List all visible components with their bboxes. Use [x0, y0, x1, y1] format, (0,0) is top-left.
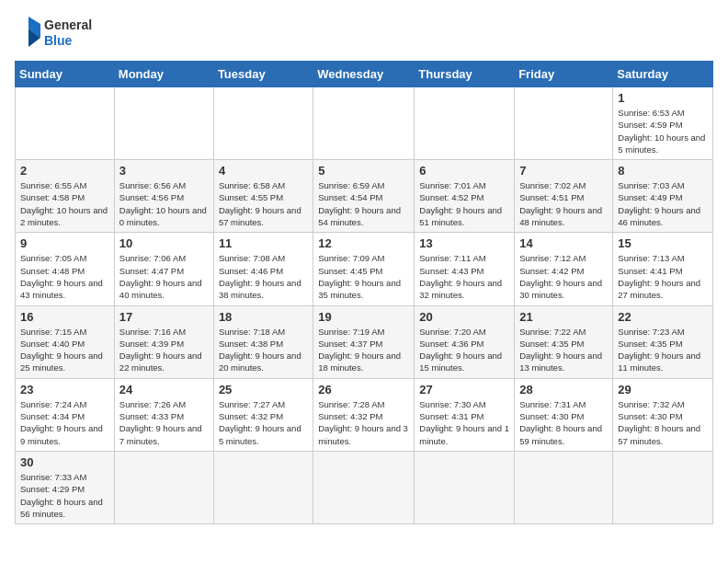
- column-header-thursday: Thursday: [415, 62, 515, 87]
- calendar-week-row: 30Sunrise: 7:33 AM Sunset: 4:29 PM Dayli…: [16, 451, 713, 523]
- day-info: Sunrise: 7:08 AM Sunset: 4:46 PM Dayligh…: [219, 252, 308, 301]
- day-info: Sunrise: 7:15 AM Sunset: 4:40 PM Dayligh…: [20, 326, 109, 374]
- calendar-cell: [213, 87, 313, 160]
- day-number: 12: [318, 236, 409, 250]
- calendar-cell: 14Sunrise: 7:12 AM Sunset: 4:42 PM Dayli…: [515, 233, 613, 305]
- day-info: Sunrise: 7:16 AM Sunset: 4:39 PM Dayligh…: [119, 326, 209, 374]
- day-info: Sunrise: 7:12 AM Sunset: 4:42 PM Dayligh…: [519, 252, 608, 301]
- logo: General Blue: [15, 15, 92, 52]
- day-info: Sunrise: 7:32 AM Sunset: 4:30 PM Dayligh…: [618, 398, 708, 447]
- day-number: 8: [618, 164, 708, 178]
- day-number: 15: [618, 236, 708, 250]
- calendar-week-row: 1Sunrise: 6:53 AM Sunset: 4:59 PM Daylig…: [16, 87, 713, 160]
- day-info: Sunrise: 7:26 AM Sunset: 4:33 PM Dayligh…: [119, 398, 209, 447]
- calendar-cell: 28Sunrise: 7:31 AM Sunset: 4:30 PM Dayli…: [515, 378, 613, 451]
- calendar-cell: 20Sunrise: 7:20 AM Sunset: 4:36 PM Dayli…: [415, 305, 515, 378]
- day-info: Sunrise: 7:30 AM Sunset: 4:31 PM Dayligh…: [419, 398, 509, 447]
- calendar-cell: 7Sunrise: 7:02 AM Sunset: 4:51 PM Daylig…: [515, 160, 613, 233]
- day-info: Sunrise: 7:06 AM Sunset: 4:47 PM Dayligh…: [119, 252, 209, 301]
- day-info: Sunrise: 6:55 AM Sunset: 4:58 PM Dayligh…: [20, 179, 109, 228]
- day-info: Sunrise: 7:13 AM Sunset: 4:41 PM Dayligh…: [618, 252, 708, 301]
- day-info: Sunrise: 7:09 AM Sunset: 4:45 PM Dayligh…: [318, 252, 409, 301]
- logo-svg: [15, 15, 42, 52]
- column-header-monday: Monday: [114, 62, 213, 87]
- calendar-cell: 23Sunrise: 7:24 AM Sunset: 4:34 PM Dayli…: [16, 378, 115, 451]
- calendar-cell: 12Sunrise: 7:09 AM Sunset: 4:45 PM Dayli…: [313, 233, 415, 305]
- column-header-friday: Friday: [515, 62, 613, 87]
- column-header-tuesday: Tuesday: [213, 62, 313, 87]
- day-number: 5: [318, 164, 409, 178]
- day-number: 13: [419, 236, 509, 250]
- day-info: Sunrise: 7:03 AM Sunset: 4:49 PM Dayligh…: [618, 179, 708, 228]
- calendar-table: SundayMondayTuesdayWednesdayThursdayFrid…: [15, 61, 713, 524]
- day-info: Sunrise: 7:01 AM Sunset: 4:52 PM Dayligh…: [419, 179, 509, 228]
- calendar-cell: 13Sunrise: 7:11 AM Sunset: 4:43 PM Dayli…: [415, 233, 515, 305]
- calendar-cell: 3Sunrise: 6:56 AM Sunset: 4:56 PM Daylig…: [114, 160, 213, 233]
- calendar-cell: [613, 451, 713, 523]
- calendar-cell: 10Sunrise: 7:06 AM Sunset: 4:47 PM Dayli…: [114, 233, 213, 305]
- calendar-cell: 8Sunrise: 7:03 AM Sunset: 4:49 PM Daylig…: [613, 160, 713, 233]
- calendar-cell: 17Sunrise: 7:16 AM Sunset: 4:39 PM Dayli…: [114, 305, 213, 378]
- calendar-cell: 21Sunrise: 7:22 AM Sunset: 4:35 PM Dayli…: [515, 305, 613, 378]
- calendar-cell: 27Sunrise: 7:30 AM Sunset: 4:31 PM Dayli…: [415, 378, 515, 451]
- day-number: 30: [20, 455, 109, 469]
- day-info: Sunrise: 7:23 AM Sunset: 4:35 PM Dayligh…: [618, 326, 708, 374]
- calendar-week-row: 2Sunrise: 6:55 AM Sunset: 4:58 PM Daylig…: [16, 160, 713, 233]
- day-number: 24: [119, 383, 209, 396]
- day-number: 20: [419, 310, 509, 324]
- calendar-cell: 1Sunrise: 6:53 AM Sunset: 4:59 PM Daylig…: [613, 87, 713, 160]
- calendar-cell: [313, 451, 415, 523]
- day-info: Sunrise: 7:24 AM Sunset: 4:34 PM Dayligh…: [20, 398, 109, 447]
- calendar-week-row: 16Sunrise: 7:15 AM Sunset: 4:40 PM Dayli…: [16, 305, 713, 378]
- column-header-sunday: Sunday: [16, 62, 115, 87]
- column-header-saturday: Saturday: [613, 62, 713, 87]
- day-number: 25: [219, 383, 308, 396]
- column-header-wednesday: Wednesday: [313, 62, 415, 87]
- day-info: Sunrise: 7:11 AM Sunset: 4:43 PM Dayligh…: [419, 252, 509, 301]
- calendar-cell: [213, 451, 313, 523]
- day-number: 26: [318, 383, 409, 396]
- day-number: 16: [20, 310, 109, 324]
- day-number: 17: [119, 310, 209, 324]
- logo-blue: Blue: [44, 33, 72, 48]
- day-info: Sunrise: 7:31 AM Sunset: 4:30 PM Dayligh…: [519, 398, 608, 447]
- calendar-cell: [114, 451, 213, 523]
- day-number: 6: [419, 164, 509, 178]
- day-number: 14: [519, 236, 608, 250]
- day-number: 28: [519, 383, 608, 396]
- logo-text: General Blue: [44, 17, 92, 49]
- calendar-cell: [415, 87, 515, 160]
- day-number: 29: [618, 383, 708, 396]
- day-info: Sunrise: 6:59 AM Sunset: 4:54 PM Dayligh…: [318, 179, 409, 228]
- calendar-cell: 6Sunrise: 7:01 AM Sunset: 4:52 PM Daylig…: [415, 160, 515, 233]
- day-number: 27: [419, 383, 509, 396]
- day-info: Sunrise: 7:19 AM Sunset: 4:37 PM Dayligh…: [318, 326, 409, 374]
- calendar-cell: [114, 87, 213, 160]
- calendar-cell: 11Sunrise: 7:08 AM Sunset: 4:46 PM Dayli…: [213, 233, 313, 305]
- calendar-cell: 4Sunrise: 6:58 AM Sunset: 4:55 PM Daylig…: [213, 160, 313, 233]
- calendar-cell: 22Sunrise: 7:23 AM Sunset: 4:35 PM Dayli…: [613, 305, 713, 378]
- day-number: 18: [219, 310, 308, 324]
- calendar-cell: 18Sunrise: 7:18 AM Sunset: 4:38 PM Dayli…: [213, 305, 313, 378]
- calendar-week-row: 9Sunrise: 7:05 AM Sunset: 4:48 PM Daylig…: [16, 233, 713, 305]
- day-info: Sunrise: 7:02 AM Sunset: 4:51 PM Dayligh…: [519, 179, 608, 228]
- day-number: 22: [618, 310, 708, 324]
- day-info: Sunrise: 7:33 AM Sunset: 4:29 PM Dayligh…: [20, 471, 109, 520]
- calendar-cell: 19Sunrise: 7:19 AM Sunset: 4:37 PM Dayli…: [313, 305, 415, 378]
- calendar-cell: 30Sunrise: 7:33 AM Sunset: 4:29 PM Dayli…: [16, 451, 115, 523]
- calendar-cell: 24Sunrise: 7:26 AM Sunset: 4:33 PM Dayli…: [114, 378, 213, 451]
- day-info: Sunrise: 6:53 AM Sunset: 4:59 PM Dayligh…: [618, 107, 708, 155]
- day-number: 1: [618, 91, 708, 105]
- logo-general: General: [44, 17, 92, 32]
- day-info: Sunrise: 6:58 AM Sunset: 4:55 PM Dayligh…: [219, 179, 308, 228]
- day-info: Sunrise: 6:56 AM Sunset: 4:56 PM Dayligh…: [119, 179, 209, 228]
- day-info: Sunrise: 7:05 AM Sunset: 4:48 PM Dayligh…: [20, 252, 109, 301]
- calendar-cell: 29Sunrise: 7:32 AM Sunset: 4:30 PM Dayli…: [613, 378, 713, 451]
- page-header: General Blue: [15, 15, 713, 52]
- day-number: 9: [20, 236, 109, 250]
- day-number: 3: [119, 164, 209, 178]
- day-number: 7: [519, 164, 608, 178]
- day-number: 10: [119, 236, 209, 250]
- calendar-cell: 25Sunrise: 7:27 AM Sunset: 4:32 PM Dayli…: [213, 378, 313, 451]
- calendar-cell: 5Sunrise: 6:59 AM Sunset: 4:54 PM Daylig…: [313, 160, 415, 233]
